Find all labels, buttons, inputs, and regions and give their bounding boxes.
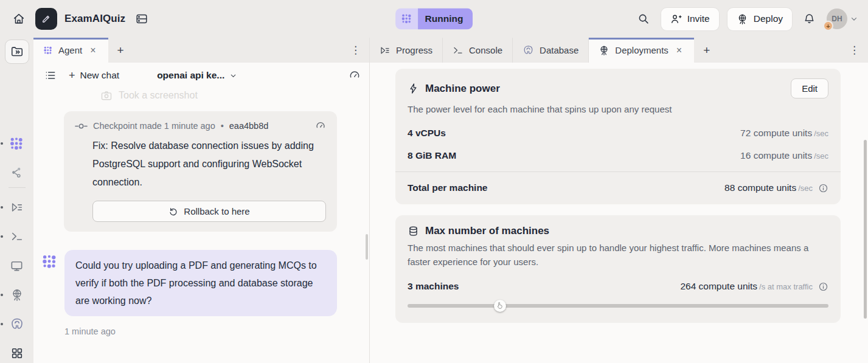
card-divider [395,171,841,172]
repl-resources-button[interactable] [133,10,151,28]
machine-power-header: Machine power Edit [408,78,828,99]
chat-toolbar: + New chat openai api ke... [33,63,369,88]
left-tabstrip: Agent × + ⋮ [33,38,369,63]
gauge-icon[interactable] [315,120,326,131]
console-icon [453,45,464,56]
chat-scrollbar[interactable] [366,234,368,260]
topbar-right: Invite Deploy DH + [634,8,858,30]
total-compute-units: 88 compute units [724,182,796,193]
deployments-panel: Progress Console Database [370,38,868,363]
tab-agent[interactable]: Agent × [33,38,108,63]
close-tab-icon[interactable]: × [674,44,684,57]
bell-icon [803,13,816,26]
ram-compute-units: 16 compute units [740,150,812,161]
total-unit: /sec [798,184,813,193]
spec-row-ram: 8 GiB RAM 16 compute units /sec [408,150,828,161]
topbar-left: ExamAIQuiz [10,8,151,30]
agent-avatar-icon [41,254,58,270]
new-tab-button[interactable]: + [694,38,719,63]
deployments-icon [10,288,24,302]
max-unit: /s at max traffic [759,282,813,291]
webview-icon [10,259,24,273]
invite-button[interactable]: Invite [661,8,719,30]
tool-sidebar [0,38,33,363]
deploy-button[interactable]: Deploy [727,8,792,30]
sidebar-item-deployments[interactable] [9,287,26,303]
chevron-down-icon [229,72,237,80]
postgresql-icon [523,44,534,56]
chat-transcript: Took a screenshot Checkpoint made 1 minu… [33,88,369,363]
checkpoint-card: Checkpoint made 1 minute ago • eaa4bb8d … [64,111,337,232]
right-panel-menu-button[interactable]: ⋮ [841,38,868,63]
max-machines-description: The most machines that should ever spin … [408,241,828,269]
agent-panel: Agent × + ⋮ + New chat openai api ke... [33,38,370,363]
max-machines-slider-thumb[interactable] [494,300,506,312]
agent-message-bubble: Could you try uploading a PDF and genera… [64,250,337,316]
tab-progress[interactable]: Progress [370,38,443,63]
chat-history-button[interactable] [42,67,59,84]
max-machines-slider[interactable] [408,300,828,312]
avatar-badge: + [823,21,833,31]
right-tabstrip: Progress Console Database [370,38,868,63]
sidebar-item-workflows[interactable] [9,165,26,181]
tab-progress-label: Progress [396,45,432,55]
project-logo[interactable] [35,8,57,30]
open-file-tree-button[interactable] [5,40,29,64]
search-icon [637,12,650,26]
sidebar-item-console[interactable] [9,229,26,244]
deployments-scrollbar[interactable] [864,140,867,319]
ram-label: 8 GiB RAM [408,150,456,161]
sidebar-item-all-tools[interactable] [9,345,26,361]
left-panel-menu-button[interactable]: ⋮ [342,38,369,63]
max-machines-title: Max number of machines [425,225,549,237]
sidebar-item-webview[interactable] [9,258,26,274]
tab-console[interactable]: Console [443,38,513,63]
screenshot-note-label: Took a screenshot [119,90,198,101]
slider-track[interactable] [408,304,828,308]
server-icon [135,12,148,26]
home-button[interactable] [10,10,28,28]
progress-icon [380,45,391,56]
info-icon[interactable] [818,183,828,193]
tab-deployments-label: Deployments [615,45,668,55]
checkpoint-label: Checkpoint made 1 minute ago [93,121,215,131]
chat-selector[interactable]: openai api ke... [157,70,237,81]
sidebar-item-database[interactable] [9,316,26,332]
home-icon [12,12,26,26]
edit-machine-power-button[interactable]: Edit [791,78,828,99]
total-row: Total per machine 88 compute units /sec [408,182,828,193]
machine-power-card: Machine power Edit The power level for e… [395,69,841,204]
checkpoint-separator: • [221,121,224,131]
hand-cursor-icon [496,301,504,310]
sidebar-item-agent[interactable] [9,136,26,151]
agent-icon [43,46,53,55]
ram-value: 16 compute units /sec [740,150,828,161]
close-tab-icon[interactable]: × [88,44,98,57]
invite-label: Invite [687,13,710,24]
active-indicator-dot [1,323,3,325]
info-icon[interactable] [818,282,828,292]
folder-expand-icon [10,45,24,58]
spec-row-cpu: 4 vCPUs 72 compute units /sec [408,128,828,139]
pencil-icon [41,13,52,24]
grid-icon [10,347,24,360]
search-button[interactable] [634,10,653,28]
checkpoint-header: Checkpoint made 1 minute ago • eaa4bb8d [75,120,326,131]
run-status-badge[interactable]: Running [395,9,473,30]
sidebar-item-progress[interactable] [9,199,26,215]
usage-meter-button[interactable] [349,69,361,81]
new-chat-button[interactable]: + New chat [69,69,119,82]
rollback-button[interactable]: Rollback to here [92,201,326,222]
account-menu[interactable]: DH + [827,9,858,29]
total-value: 88 compute units /sec [724,182,828,193]
camera-icon [100,89,113,102]
machine-power-description: The power level for each machine that sp… [408,102,828,116]
chat-selector-label: openai api ke... [157,70,224,81]
ram-unit: /sec [814,151,828,161]
tab-agent-label: Agent [58,45,82,55]
tab-deployments[interactable]: Deployments × [589,38,694,63]
tab-database[interactable]: Database [513,38,589,63]
notifications-button[interactable] [800,10,818,28]
agent-icon [395,9,418,30]
new-tab-button[interactable]: + [108,38,133,63]
